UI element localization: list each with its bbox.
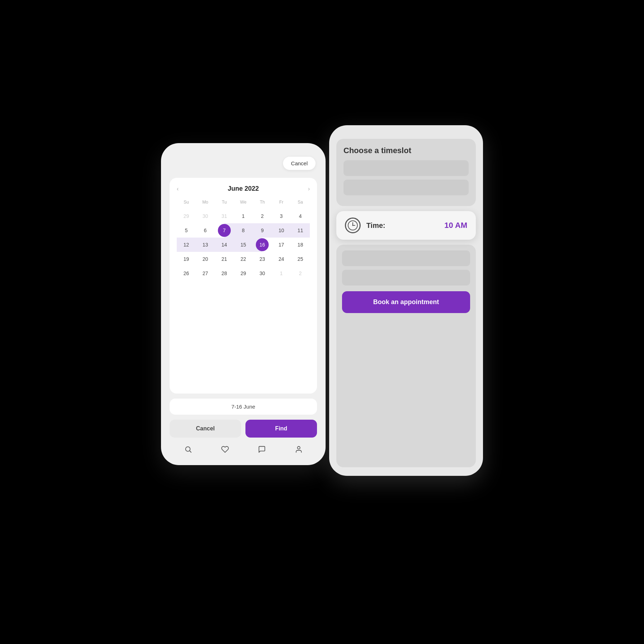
bottom-nav bbox=[170, 443, 317, 458]
cancel-top-button[interactable]: Cancel bbox=[283, 157, 316, 170]
clock-icon bbox=[345, 218, 361, 233]
day-cell-31-prev[interactable]: 31 bbox=[215, 209, 234, 223]
content-placeholder-1 bbox=[342, 250, 470, 266]
user-nav-icon[interactable] bbox=[295, 445, 303, 455]
calendar-row-4: 19 20 21 22 23 24 25 bbox=[177, 252, 310, 266]
cancel-button[interactable]: Cancel bbox=[170, 420, 241, 438]
date-range-bar: 7-16 June bbox=[170, 399, 317, 415]
day-cell-3[interactable]: 3 bbox=[272, 209, 291, 223]
day-cell-29-prev[interactable]: 29 bbox=[177, 209, 196, 223]
day-cell-4[interactable]: 4 bbox=[291, 209, 310, 223]
day-cell-20[interactable]: 20 bbox=[196, 252, 215, 266]
date-range-text: 7-16 June bbox=[231, 404, 255, 410]
day-cell-22[interactable]: 22 bbox=[234, 252, 253, 266]
day-cell-1[interactable]: 1 bbox=[234, 209, 253, 223]
day-cell-6[interactable]: 6 bbox=[196, 223, 215, 238]
day-cell-19[interactable]: 19 bbox=[177, 252, 196, 266]
day-cell-24[interactable]: 24 bbox=[272, 252, 291, 266]
calendar-row-2: 5 6 7 8 9 10 11 bbox=[177, 223, 310, 238]
prev-month-arrow[interactable]: ‹ bbox=[177, 186, 179, 192]
top-bar: Cancel bbox=[170, 154, 317, 173]
time-card: Time: 10 AM bbox=[336, 211, 476, 240]
day-cell-25[interactable]: 25 bbox=[291, 252, 310, 266]
calendar-row-1: 29 30 31 1 2 3 4 bbox=[177, 209, 310, 223]
timeslot-placeholder-2 bbox=[343, 180, 469, 195]
weekday-tu: Tu bbox=[215, 198, 234, 206]
day-cell-10[interactable]: 10 bbox=[272, 223, 291, 238]
day-cell-30-prev[interactable]: 30 bbox=[196, 209, 215, 223]
weekday-mo: Mo bbox=[196, 198, 215, 206]
day-cell-5[interactable]: 5 bbox=[177, 223, 196, 238]
time-value: 10 AM bbox=[444, 221, 467, 230]
day-cell-23[interactable]: 23 bbox=[253, 252, 272, 266]
calendar-card: ‹ June 2022 › Su Mo Tu We Th Fr Sa 29 30… bbox=[170, 178, 317, 394]
calendar-header: ‹ June 2022 › bbox=[177, 185, 310, 192]
day-cell-16[interactable]: 16 bbox=[253, 238, 272, 252]
weekday-su: Su bbox=[177, 198, 196, 206]
weekday-fr: Fr bbox=[272, 198, 291, 206]
weekday-we: We bbox=[234, 198, 253, 206]
scene: Cancel ‹ June 2022 › Su Mo Tu We Th Fr S… bbox=[161, 125, 483, 519]
day-cell-29[interactable]: 29 bbox=[234, 266, 253, 280]
timeslot-title: Choose a timeslot bbox=[343, 146, 469, 155]
weekday-sa: Sa bbox=[291, 198, 310, 206]
day-cell-7[interactable]: 7 bbox=[215, 223, 234, 238]
day-cell-9[interactable]: 9 bbox=[253, 223, 272, 238]
svg-point-6 bbox=[352, 225, 353, 226]
timeslot-placeholder-1 bbox=[343, 160, 469, 176]
day-cell-21[interactable]: 21 bbox=[215, 252, 234, 266]
search-nav-icon[interactable] bbox=[184, 445, 192, 455]
right-phone: Choose a timeslot Time: 10 AM Book an ap… bbox=[329, 125, 483, 476]
content-placeholder-2 bbox=[342, 270, 470, 286]
svg-point-0 bbox=[185, 447, 190, 452]
bottom-buttons: Cancel Find bbox=[170, 420, 317, 438]
day-cell-12[interactable]: 12 bbox=[177, 238, 196, 252]
chat-nav-icon[interactable] bbox=[258, 445, 266, 455]
calendar-month-year: June 2022 bbox=[228, 185, 259, 192]
day-cell-27[interactable]: 27 bbox=[196, 266, 215, 280]
time-label: Time: bbox=[366, 221, 439, 230]
day-cell-26[interactable]: 26 bbox=[177, 266, 196, 280]
calendar-row-3: 12 13 14 15 16 17 18 bbox=[177, 238, 310, 252]
day-cell-17[interactable]: 17 bbox=[272, 238, 291, 252]
calendar-row-5: 26 27 28 29 30 1 2 bbox=[177, 266, 310, 280]
left-phone: Cancel ‹ June 2022 › Su Mo Tu We Th Fr S… bbox=[161, 143, 326, 465]
book-appointment-button[interactable]: Book an appointment bbox=[342, 291, 470, 313]
day-cell-14[interactable]: 14 bbox=[215, 238, 234, 252]
day-cell-28[interactable]: 28 bbox=[215, 266, 234, 280]
day-cell-18[interactable]: 18 bbox=[291, 238, 310, 252]
day-cell-15[interactable]: 15 bbox=[234, 238, 253, 252]
find-button[interactable]: Find bbox=[245, 420, 317, 438]
day-cell-30[interactable]: 30 bbox=[253, 266, 272, 280]
day-cell-13[interactable]: 13 bbox=[196, 238, 215, 252]
day-cell-8[interactable]: 8 bbox=[234, 223, 253, 238]
heart-nav-icon[interactable] bbox=[221, 445, 229, 455]
day-cell-2-next[interactable]: 2 bbox=[291, 266, 310, 280]
svg-point-2 bbox=[297, 447, 300, 449]
weekday-th: Th bbox=[253, 198, 272, 206]
svg-line-1 bbox=[190, 451, 191, 452]
timeslot-section: Choose a timeslot bbox=[336, 139, 476, 206]
bottom-section: Book an appointment bbox=[336, 245, 476, 467]
day-cell-1-next[interactable]: 1 bbox=[272, 266, 291, 280]
day-cell-11[interactable]: 11 bbox=[291, 223, 310, 238]
next-month-arrow[interactable]: › bbox=[308, 186, 310, 192]
day-cell-2[interactable]: 2 bbox=[253, 209, 272, 223]
calendar-weekdays: Su Mo Tu We Th Fr Sa bbox=[177, 198, 310, 206]
